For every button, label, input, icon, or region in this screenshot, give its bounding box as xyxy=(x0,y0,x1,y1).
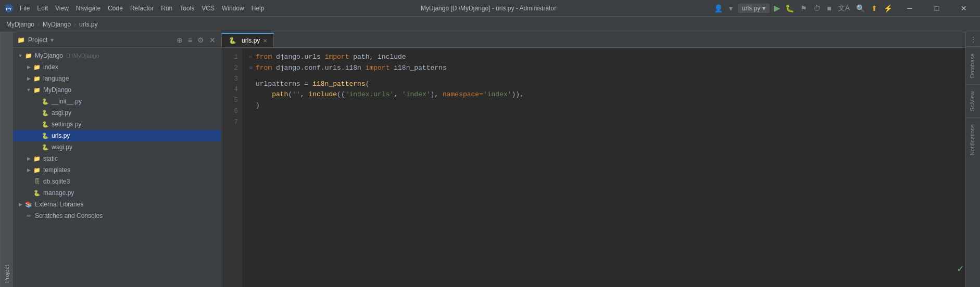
tree-label: Scratches and Consoles xyxy=(35,212,103,219)
fold-icon-2[interactable]: ⊟ xyxy=(248,66,254,71)
stop-button[interactable]: ■ xyxy=(827,4,831,12)
tree-label: urls.py xyxy=(52,132,70,139)
line-num-2: 2 xyxy=(221,63,238,74)
sidebar-actions: ⊕ ≡ ⚙ ✕ xyxy=(175,35,217,45)
tree-item-language[interactable]: ▶ 📁 language xyxy=(13,73,221,84)
run-config[interactable]: urls.py ▾ xyxy=(738,4,770,13)
debug-button[interactable]: 🐛 xyxy=(785,4,794,12)
maximize-button[interactable]: □ xyxy=(925,0,949,17)
expand-arrow[interactable]: ▼ xyxy=(17,53,23,59)
line-num-6: 6 xyxy=(221,106,238,117)
update-icon[interactable]: ⬆ xyxy=(871,4,877,12)
line-num-5: 5 xyxy=(221,95,238,106)
expand-arrow[interactable]: ▼ xyxy=(26,87,32,93)
db-file-icon: 🗄 xyxy=(33,177,41,186)
menu-view[interactable]: View xyxy=(55,5,69,12)
tree-item-scratches[interactable]: ▶ ✏ Scratches and Consoles xyxy=(13,210,221,221)
git-status-icon[interactable]: ✓ xyxy=(957,263,964,275)
tree-label: MyDjango xyxy=(43,86,71,94)
collapse-all-icon[interactable]: ≡ xyxy=(187,35,193,45)
svg-text:PY: PY xyxy=(6,6,12,11)
menu-bar: File Edit View Navigate Code Refactor Ru… xyxy=(20,5,264,12)
project-tab[interactable]: Project xyxy=(0,32,13,287)
menu-file[interactable]: File xyxy=(20,5,30,12)
tree-item-mydjango-sub[interactable]: ▼ 📁 MyDjango xyxy=(13,84,221,96)
tab-urls-py[interactable]: 🐍 urls.py ✕ xyxy=(221,33,274,47)
settings-icon[interactable]: ⚙ xyxy=(196,35,205,45)
menu-tools[interactable]: Tools xyxy=(180,5,194,12)
tree-item-external-libs[interactable]: ▶ 📚 External Libraries xyxy=(13,199,221,210)
run-button[interactable]: ▶ xyxy=(774,3,780,13)
tree-label: settings.py xyxy=(52,121,81,128)
account-dropdown[interactable]: ▾ xyxy=(729,4,733,12)
profile-button[interactable]: ⏱ xyxy=(813,4,821,12)
breadcrumb-root[interactable]: MyDjango xyxy=(6,21,34,28)
power-icon[interactable]: ⚡ xyxy=(884,4,893,12)
tree-label: __init__.py xyxy=(52,98,82,105)
expand-arrow[interactable]: ▶ xyxy=(26,75,32,82)
tree-item-init[interactable]: ▶ 🐍 __init__.py xyxy=(13,96,221,107)
user-icon[interactable]: 👤 xyxy=(714,4,723,12)
breadcrumb-mid[interactable]: MyDjango xyxy=(43,21,71,28)
fold-icon-1[interactable]: ⊟ xyxy=(248,55,254,60)
expand-arrow[interactable]: ▶ xyxy=(17,201,23,207)
code-editor[interactable]: ⊟ from django.urls import path, include … xyxy=(242,48,965,287)
tree-label: language xyxy=(43,75,69,82)
breadcrumb-file[interactable]: urls.py xyxy=(79,21,97,28)
window-controls: ─ □ ✕ xyxy=(898,0,976,17)
sidebar-dropdown-icon[interactable]: ▾ xyxy=(51,36,54,44)
folder-icon: 📁 xyxy=(33,166,41,174)
tree-item-manage[interactable]: ▶ 🐍 manage.py xyxy=(13,187,221,199)
minimize-button[interactable]: ─ xyxy=(898,0,922,17)
tree-label: db.sqlite3 xyxy=(43,178,70,185)
expand-arrow[interactable]: ▶ xyxy=(26,155,32,162)
menu-help[interactable]: Help xyxy=(252,5,265,12)
tree-item-settings[interactable]: ▶ 🐍 settings.py xyxy=(13,119,221,130)
code-line-3: ⊟ xyxy=(248,74,959,79)
menu-navigate[interactable]: Navigate xyxy=(76,5,100,12)
sidebar-header: 📁 Project ▾ ⊕ ≡ ⚙ ✕ xyxy=(13,32,221,48)
more-options-icon[interactable]: ⋮ xyxy=(970,35,977,44)
project-sidebar: 📁 Project ▾ ⊕ ≡ ⚙ ✕ ▼ 📁 MyDjango D:\MyDj… xyxy=(13,32,221,287)
tree-label: MyDjango xyxy=(35,52,63,59)
breadcrumb-sep-1: › xyxy=(37,21,40,28)
menu-edit[interactable]: Edit xyxy=(37,5,48,12)
tree-item-urls[interactable]: ▶ 🐍 urls.py xyxy=(13,130,221,141)
py-file-icon: 🐍 xyxy=(41,120,49,128)
code-line-1: ⊟ from django.urls import path, include xyxy=(248,52,959,63)
editor-tabs: 🐍 urls.py ✕ xyxy=(221,32,965,48)
line-numbers: 1 2 3 4 5 6 7 xyxy=(221,48,242,287)
main-layout: Project 📁 Project ▾ ⊕ ≡ ⚙ ✕ ▼ 📁 MyDjango xyxy=(0,32,980,287)
coverage-button[interactable]: ⚑ xyxy=(800,4,807,12)
tab-close-button[interactable]: ✕ xyxy=(263,38,267,44)
close-sidebar-icon[interactable]: ✕ xyxy=(208,35,217,45)
menu-code[interactable]: Code xyxy=(108,5,123,12)
notifications-panel-tab[interactable]: Notifications xyxy=(966,118,980,162)
tree-label: index xyxy=(43,63,58,71)
tree-item-asgi[interactable]: ▶ 🐍 asgi.py xyxy=(13,107,221,119)
folder-icon: 📁 xyxy=(24,51,33,60)
menu-run[interactable]: Run xyxy=(161,5,172,12)
expand-arrow[interactable]: ▶ xyxy=(26,64,32,70)
menu-vcs[interactable]: VCS xyxy=(202,5,215,12)
sciview-panel-tab[interactable]: SciView xyxy=(966,84,980,118)
menu-window[interactable]: Window xyxy=(222,5,244,12)
tree-item-static[interactable]: ▶ 📁 static xyxy=(13,153,221,164)
py-file-icon: 🐍 xyxy=(41,97,49,106)
search-everywhere[interactable]: 🔍 xyxy=(856,4,865,12)
add-file-icon[interactable]: ⊕ xyxy=(175,35,184,45)
close-button[interactable]: ✕ xyxy=(952,0,976,17)
menu-refactor[interactable]: Refactor xyxy=(130,5,154,12)
tree-item-index[interactable]: ▶ 📁 index xyxy=(13,61,221,73)
folder-icon: 📁 xyxy=(33,154,41,163)
tree-item-db[interactable]: ▶ 🗄 db.sqlite3 xyxy=(13,176,221,187)
expand-arrow[interactable]: ▶ xyxy=(26,167,32,173)
folder-icon: 📁 xyxy=(17,36,25,44)
tree-item-mydjango-root[interactable]: ▼ 📁 MyDjango D:\MyDjango xyxy=(13,50,221,61)
tree-item-templates[interactable]: ▶ 📁 templates xyxy=(13,164,221,176)
tree-item-wsgi[interactable]: ▶ 🐍 wsgi.py xyxy=(13,141,221,153)
translate-icon[interactable]: 文A xyxy=(838,4,850,13)
database-panel-tab[interactable]: Database xyxy=(966,47,980,84)
app-logo: PY xyxy=(4,4,14,13)
tree-label: External Libraries xyxy=(35,201,83,208)
